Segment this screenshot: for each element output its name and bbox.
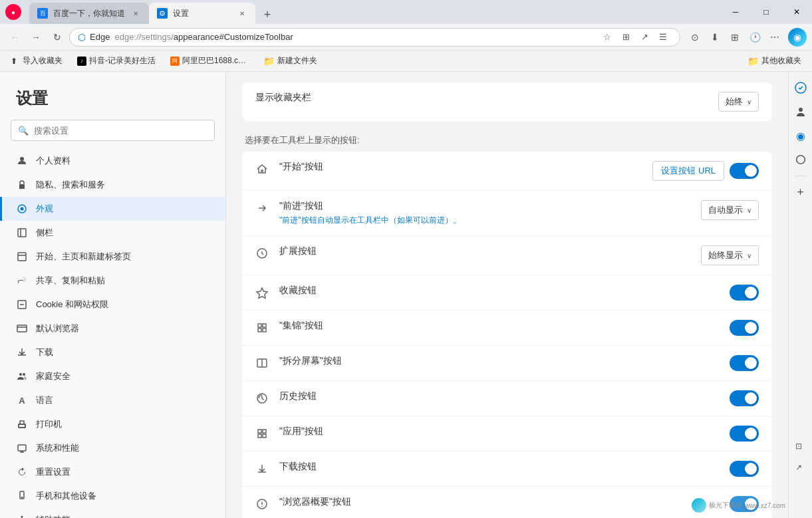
favorites-row-icon bbox=[255, 286, 269, 299]
tab-2-favicon: ⚙ bbox=[157, 8, 168, 19]
bookmark-tiktok[interactable]: ♪ 抖音-记录美好生活 bbox=[72, 53, 161, 69]
sidebar-item-default-browser[interactable]: 默认浏览器 bbox=[0, 317, 225, 340]
external-link-sidebar-icon[interactable]: ↗ bbox=[788, 457, 809, 478]
sidebar-item-reset-label: 重置设置 bbox=[36, 466, 70, 478]
show-favorites-dropdown[interactable]: 始终 ∨ bbox=[718, 92, 759, 112]
default-browser-nav-icon bbox=[16, 323, 28, 334]
sidebar-item-family[interactable]: 家庭安全 bbox=[0, 364, 225, 388]
apps-toggle[interactable] bbox=[730, 426, 759, 442]
sidebar-item-share[interactable]: 共享、复制和粘贴 bbox=[0, 269, 225, 293]
extensions-row-content: 扩展按钮 bbox=[279, 245, 690, 257]
sidebar-item-language-label: 语言 bbox=[36, 394, 53, 406]
copilot-sidebar-icon[interactable] bbox=[790, 77, 811, 98]
home-row-icon bbox=[255, 162, 269, 176]
apps-toolbar-icon[interactable]: ⊞ bbox=[726, 28, 744, 47]
extensions-dropdown[interactable]: 始终显示 ∨ bbox=[701, 245, 759, 265]
history-toolbar-icon[interactable]: 🕐 bbox=[745, 28, 764, 47]
collections-toggle[interactable] bbox=[730, 320, 759, 336]
downloads-btn-toggle[interactable] bbox=[730, 461, 759, 477]
svg-rect-10 bbox=[17, 325, 27, 332]
splitscreen-toggle[interactable] bbox=[730, 355, 759, 371]
user-profile-button[interactable]: ◉ bbox=[788, 28, 807, 47]
import-icon: ⬆ bbox=[11, 57, 20, 66]
star-icon[interactable]: ☆ bbox=[599, 29, 616, 46]
screenshot-sidebar-icon[interactable]: ⊡ bbox=[788, 436, 809, 457]
add-to-collections-icon[interactable]: ⊞ bbox=[617, 29, 634, 46]
show-favorites-row: 显示收藏夹栏 始终 ∨ bbox=[242, 82, 772, 121]
set-url-button[interactable]: 设置按钮 URL bbox=[652, 161, 724, 181]
copilot2-sidebar-icon[interactable] bbox=[790, 149, 811, 170]
sidebar-item-system[interactable]: 系统和性能 bbox=[0, 436, 225, 460]
svg-rect-30 bbox=[258, 430, 261, 433]
favorites-toggle[interactable] bbox=[730, 285, 759, 301]
downloads-toolbar-icon[interactable]: ⬇ bbox=[706, 28, 724, 47]
sidebar-item-language[interactable]: A 语言 bbox=[0, 388, 225, 412]
sidebar-item-sidebar[interactable]: 侧栏 bbox=[0, 221, 225, 245]
address-input[interactable]: ⬡ Edge edge://settings/appearance#Custom… bbox=[69, 28, 680, 47]
sidebar-item-privacy[interactable]: 隐私、搜索和服务 bbox=[0, 173, 225, 197]
read-aloud-icon[interactable]: ☰ bbox=[654, 29, 672, 46]
more-tools-icon[interactable]: ⋯ bbox=[765, 28, 784, 47]
search-input[interactable] bbox=[34, 126, 207, 136]
show-favorites-action: 始终 ∨ bbox=[718, 92, 759, 112]
sidebar-item-reset[interactable]: 重置设置 bbox=[0, 460, 225, 484]
search-box[interactable]: 🔍 bbox=[11, 120, 215, 141]
downloads-btn-row-action bbox=[730, 461, 759, 477]
tab-2-close[interactable]: ✕ bbox=[237, 8, 247, 19]
profile-icon[interactable]: ⊙ bbox=[686, 28, 704, 47]
bookmark-ali[interactable]: 阿 阿里巴巴1688.com... bbox=[165, 53, 254, 69]
outlook-sidebar-icon[interactable]: ◉ bbox=[790, 125, 811, 146]
extensions-dropdown-value: 始终显示 bbox=[708, 249, 743, 261]
url-path: appearance#CustomizeToolbar bbox=[174, 32, 293, 42]
other-bookmarks[interactable]: 📁 其他收藏夹 bbox=[742, 53, 807, 69]
history-toggle[interactable] bbox=[730, 390, 759, 406]
downloads-btn-row-content: 下载按钮 bbox=[279, 461, 719, 473]
forward-dropdown[interactable]: 自动显示 ∨ bbox=[701, 200, 759, 220]
cookies-nav-icon bbox=[16, 299, 28, 311]
sidebar-item-print[interactable]: 打印机 bbox=[0, 412, 225, 436]
sidebar-item-profile[interactable]: 个人资料 bbox=[0, 149, 225, 173]
svg-marker-22 bbox=[257, 288, 267, 299]
bookmark-folder-label: 新建文件夹 bbox=[277, 55, 317, 66]
forward-button[interactable]: → bbox=[27, 28, 45, 47]
sidebar-item-accessibility[interactable]: 辅助功能 bbox=[0, 508, 225, 518]
address-bar: ← → ↻ ⬡ Edge edge://settings/appearance#… bbox=[0, 24, 812, 51]
other-folder-icon: 📁 bbox=[747, 56, 759, 66]
add-sidebar-icon[interactable]: + bbox=[790, 182, 811, 203]
share-icon[interactable]: ↗ bbox=[636, 29, 653, 46]
maximize-button[interactable]: □ bbox=[751, 0, 781, 24]
startup-nav-icon bbox=[16, 251, 28, 263]
sidebar-item-appearance[interactable]: 外观 bbox=[0, 197, 225, 221]
url-display: Edge edge://settings/appearance#Customiz… bbox=[90, 32, 595, 42]
tab-1[interactable]: 百 百度一下，你就知道 ✕ bbox=[29, 3, 149, 24]
home-toggle[interactable] bbox=[730, 163, 759, 179]
minimize-button[interactable]: ─ bbox=[720, 0, 751, 24]
history-row-content: 历史按钮 bbox=[279, 390, 719, 402]
close-button[interactable]: ✕ bbox=[781, 0, 812, 24]
appearance-nav-icon bbox=[16, 203, 28, 215]
tab-1-close[interactable]: ✕ bbox=[130, 8, 141, 19]
system-nav-icon bbox=[16, 442, 28, 454]
show-favorites-content: 显示收藏夹栏 bbox=[255, 92, 708, 104]
extensions-dropdown-arrow: ∨ bbox=[747, 252, 751, 259]
bookmark-import[interactable]: ⬆ 导入收藏夹 bbox=[5, 53, 68, 69]
profile-sidebar-icon[interactable] bbox=[790, 101, 811, 122]
svg-point-12 bbox=[19, 373, 22, 376]
new-tab-button[interactable]: + bbox=[258, 5, 277, 24]
browser-essentials-row-icon bbox=[255, 497, 269, 511]
apps-row-icon bbox=[255, 427, 269, 440]
bookmark-new-folder[interactable]: 📁 新建文件夹 bbox=[258, 53, 323, 69]
svg-point-0 bbox=[20, 157, 24, 161]
refresh-button[interactable]: ↻ bbox=[48, 28, 67, 47]
tab-2[interactable]: ⚙ 设置 ✕ bbox=[149, 3, 255, 24]
url-brand: Edge bbox=[90, 32, 110, 42]
collections-row-icon bbox=[255, 321, 269, 334]
sidebar-item-downloads[interactable]: 下载 bbox=[0, 340, 225, 364]
sidebar-item-startup[interactable]: 开始、主页和新建标签页 bbox=[0, 245, 225, 269]
sidebar-item-mobile[interactable]: 手机和其他设备 bbox=[0, 484, 225, 508]
sidebar-item-cookies[interactable]: Cookie 和网站权限 bbox=[0, 293, 225, 317]
back-button[interactable]: ← bbox=[5, 28, 24, 47]
language-nav-icon: A bbox=[16, 394, 28, 406]
svg-rect-24 bbox=[263, 324, 266, 327]
downloads-btn-row-title: 下载按钮 bbox=[279, 461, 719, 473]
